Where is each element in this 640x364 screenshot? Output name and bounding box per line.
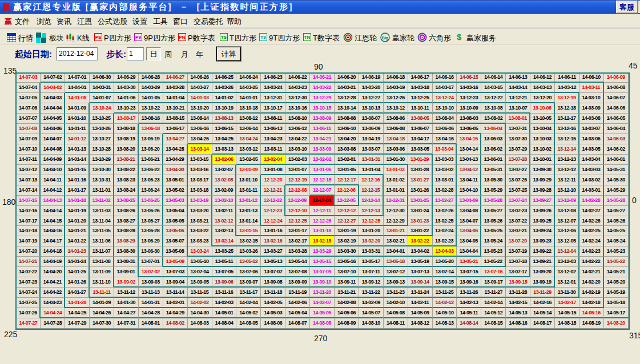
svg-text:Big: Big [382, 36, 388, 41]
